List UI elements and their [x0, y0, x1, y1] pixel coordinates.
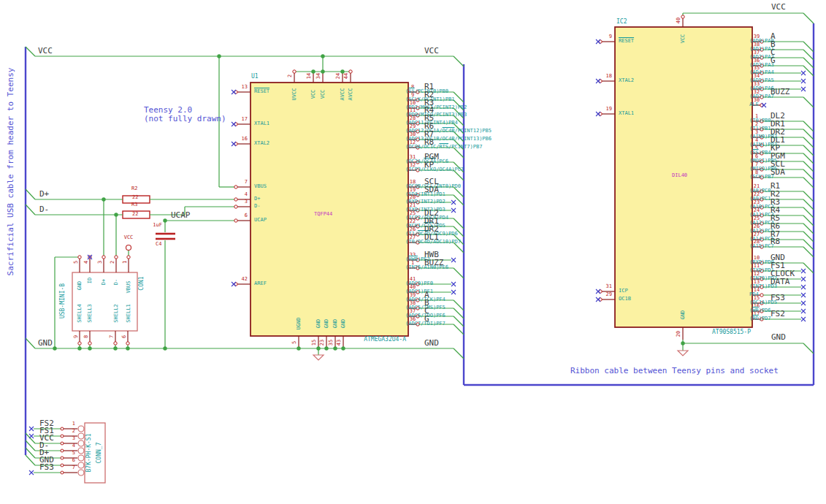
- wire[interactable]: [26, 189, 35, 199]
- pin-name: D+: [102, 279, 107, 285]
- pin-end-circle: [78, 455, 84, 461]
- net-label[interactable]: GND: [771, 333, 786, 341]
- wire[interactable]: [803, 191, 814, 202]
- component-ref[interactable]: CONN_7: [96, 443, 102, 464]
- pin-name: ID: [88, 278, 93, 283]
- component-ref[interactable]: USB-MINI-B: [60, 283, 66, 318]
- component-value: VCC: [124, 235, 134, 240]
- component-footprint: DIL40: [672, 173, 687, 178]
- wire[interactable]: [454, 316, 464, 327]
- net-label[interactable]: UCAP: [171, 211, 191, 219]
- net-label[interactable]: D+: [39, 190, 49, 198]
- pin-number: 17: [242, 117, 248, 122]
- net-label[interactable]: GND: [424, 339, 439, 347]
- pin-end-circle: [681, 15, 684, 18]
- wire[interactable]: [454, 300, 464, 310]
- wire[interactable]: [803, 224, 814, 234]
- net-label[interactable]: R8: [770, 237, 780, 245]
- pin-end-circle: [61, 471, 64, 474]
- pin-end-circle: [78, 462, 84, 468]
- no-connect-x: [801, 269, 806, 273]
- no-connect-x: [451, 282, 456, 286]
- wire[interactable]: [803, 199, 814, 210]
- component-ref[interactable]: U1: [251, 74, 259, 80]
- component-ref[interactable]: CON1: [139, 276, 145, 290]
- pin-number: 3: [245, 199, 248, 205]
- net-label[interactable]: SDA: [424, 186, 439, 194]
- wire[interactable]: [803, 177, 814, 188]
- net-label[interactable]: DATA: [770, 278, 790, 286]
- net-label[interactable]: DL1: [424, 233, 439, 241]
- component-value: 22: [132, 212, 138, 217]
- net-label[interactable]: VCC: [424, 47, 439, 55]
- junction-dot: [297, 346, 300, 350]
- wire[interactable]: [803, 145, 814, 156]
- component-ref[interactable]: B7K-PH-K-S1: [86, 434, 92, 473]
- wire[interactable]: [803, 232, 814, 242]
- wire[interactable]: [803, 13, 814, 23]
- net-label[interactable]: KP: [424, 161, 434, 169]
- wire[interactable]: [26, 47, 35, 56]
- net-label[interactable]: G: [770, 56, 776, 64]
- net-label[interactable]: FS3: [39, 463, 54, 471]
- wire[interactable]: [803, 215, 814, 226]
- net-label[interactable]: FS3: [770, 294, 785, 302]
- wire[interactable]: [454, 348, 464, 359]
- pin-number: 15: [312, 340, 317, 345]
- wire[interactable]: [803, 343, 814, 354]
- net-label[interactable]: VCC: [38, 47, 53, 55]
- pin-end-circle: [88, 342, 91, 345]
- wire[interactable]: [803, 137, 814, 148]
- pin-number: 9: [609, 34, 612, 39]
- pin-end-circle: [78, 440, 84, 446]
- pin-name: RESET: [619, 39, 634, 44]
- wire[interactable]: [454, 324, 464, 335]
- net-label[interactable]: R8: [424, 138, 434, 146]
- wire[interactable]: [803, 58, 814, 68]
- pin-number: 34: [316, 73, 321, 79]
- u1-body[interactable]: [251, 83, 408, 336]
- pin-name: D+: [254, 196, 260, 202]
- wire[interactable]: [26, 205, 35, 215]
- note-text[interactable]: (not fully drawn): [144, 115, 226, 123]
- wire[interactable]: [803, 263, 814, 273]
- wire[interactable]: [803, 153, 814, 164]
- wire[interactable]: [803, 129, 814, 140]
- pin-name: VBUS: [254, 184, 267, 189]
- wire[interactable]: [803, 207, 814, 218]
- note-text[interactable]: Sacrificial USB cable from header to Tee…: [7, 68, 15, 276]
- net-label[interactable]: BUZZ: [770, 88, 790, 96]
- pin-number: 35: [329, 340, 334, 345]
- wire[interactable]: [454, 56, 464, 66]
- net-label[interactable]: D-: [39, 205, 49, 213]
- component-ref[interactable]: AT90S8515-P: [712, 329, 751, 335]
- wire[interactable]: [454, 218, 464, 229]
- wire[interactable]: [26, 338, 35, 348]
- no-connect-x: [29, 427, 34, 431]
- net-label[interactable]: VCC: [771, 3, 786, 11]
- net-label[interactable]: GND: [38, 339, 53, 347]
- pin-number: 7: [245, 180, 248, 185]
- junction-dot: [163, 346, 167, 350]
- net-label[interactable]: FS2: [770, 310, 785, 318]
- schematic-page: U1ATMEGA32U4-ATQFP4413RESET17XTAL116XTAL…: [0, 0, 826, 504]
- note-text[interactable]: Ribbon cable between Teensy pins and soc…: [570, 367, 779, 375]
- net-label[interactable]: G: [424, 315, 429, 323]
- wire[interactable]: [803, 121, 814, 131]
- wire[interactable]: [803, 169, 814, 180]
- net-label[interactable]: SDA: [770, 168, 785, 176]
- pin-name: GND: [681, 310, 686, 320]
- pin-number: 16: [242, 137, 248, 142]
- wire[interactable]: [803, 161, 814, 172]
- component-ref[interactable]: ATMEGA32U4-A: [364, 337, 406, 343]
- note-text[interactable]: Teensy 2.0: [144, 106, 192, 114]
- wire[interactable]: [803, 42, 814, 52]
- wire[interactable]: [454, 92, 464, 102]
- wire[interactable]: [803, 97, 814, 107]
- wire[interactable]: [454, 268, 464, 278]
- component-ref[interactable]: IC2: [616, 19, 627, 25]
- wire[interactable]: [454, 308, 464, 318]
- net-label[interactable]: BUZZ: [424, 259, 444, 267]
- pin-end-circle: [127, 256, 130, 259]
- wire[interactable]: [803, 50, 814, 60]
